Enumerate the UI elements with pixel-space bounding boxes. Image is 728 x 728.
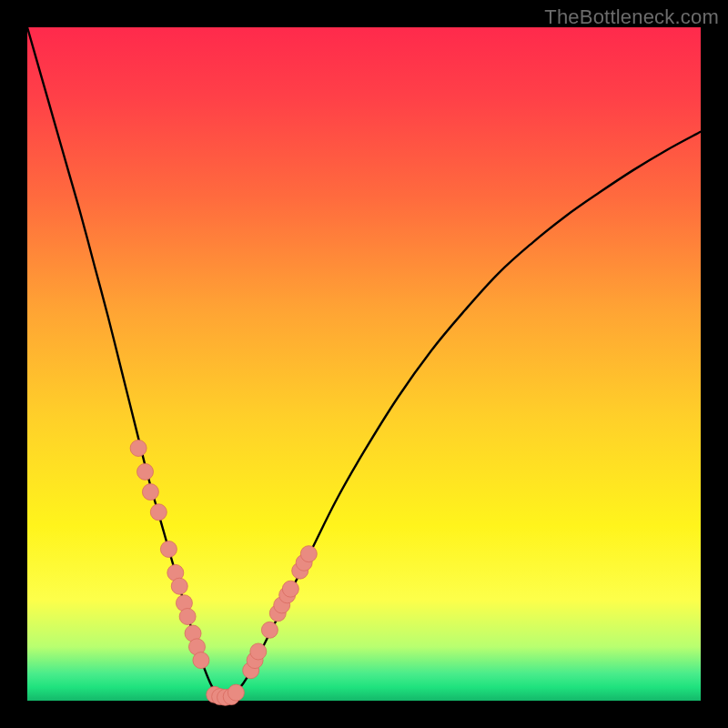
curve-marker bbox=[150, 504, 167, 521]
curve-marker bbox=[137, 463, 154, 480]
chart-plot-area bbox=[27, 27, 701, 701]
curve-marker bbox=[160, 541, 177, 558]
curve-marker bbox=[282, 581, 298, 597]
curve-marker bbox=[228, 684, 244, 701]
chart-frame: TheBottleneck.com bbox=[0, 0, 728, 728]
curve-marker bbox=[179, 609, 196, 625]
curve-marker bbox=[300, 546, 317, 562]
curve-markers bbox=[130, 440, 317, 706]
bottleneck-curve bbox=[27, 27, 701, 698]
curve-marker bbox=[261, 622, 278, 638]
curve-marker bbox=[142, 484, 158, 500]
chart-svg bbox=[27, 27, 701, 701]
curve-marker bbox=[250, 643, 267, 660]
curve-marker bbox=[130, 440, 147, 457]
watermark-text: TheBottleneck.com bbox=[544, 5, 719, 29]
curve-marker bbox=[171, 578, 187, 594]
curve-marker bbox=[193, 652, 209, 669]
